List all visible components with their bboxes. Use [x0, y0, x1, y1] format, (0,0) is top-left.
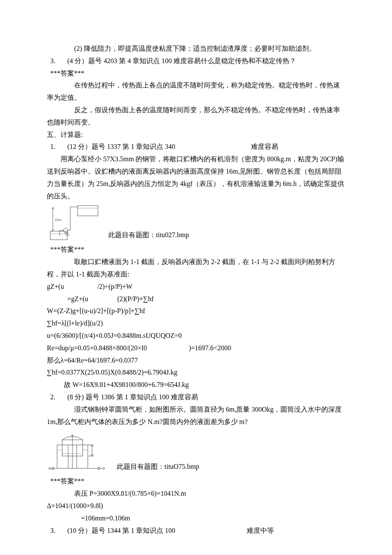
q1-calc-1b: /2)÷(p/P)+W: [97, 283, 133, 290]
q3-answer-p1: 在传热过程中，传热面上各点的温度不随时间变化，称为稳定传热。稳定传热时，传热速率…: [47, 79, 345, 104]
q2-figure-caption: 此题目有题图：tituO75.bmp: [117, 461, 199, 473]
q1-calc-3: W=(Z-Z)g+[(u-u)/2]+[(p-P)/p]+∑hf: [47, 305, 345, 317]
q1-calc-2b: (2)(P/P)+∑hf: [117, 295, 153, 302]
q2-num: 2.: [47, 391, 67, 404]
q1-calc-1a: gZ+(u: [47, 283, 64, 290]
q1-calc-9: 故 W=16X9.81+4X98100/800+6.79=654J.kg: [47, 379, 345, 391]
q3-head-row: 3. (4 分）题号 4203 第 4 章知识点 100 难度容易什么是稳定传热…: [47, 55, 345, 67]
q1-answer-label: ***答案***: [50, 244, 345, 256]
section-5-heading: 五、计算题:: [47, 129, 345, 141]
svg-text:16m: 16m: [55, 218, 61, 222]
q3-num: 3.: [47, 55, 67, 67]
q1-head-right: 难度容易: [251, 143, 278, 150]
q5-3-head: (10 分）题号 1344 第 1 章知识点 100 难度中等: [67, 525, 345, 537]
q5-3-head-left: (10 分）题号 1344 第 1 章知识点 100: [67, 527, 175, 534]
q1-head: (12 分）题号 1337 第 1 章知识点 340 难度容易: [67, 141, 345, 153]
q2-answer-1: 表压 P=3000X9.81/(0.785×6)=1041N.m: [47, 488, 345, 500]
q2-answer-2: Δ=1041/(1000×9.8l): [47, 500, 345, 512]
gasholder-diagram-icon: [47, 432, 111, 473]
q3-answer-p2: 反之，假设传热面上各的温度随时间而变，那么为不稳定传热。不稳定传热时，传热速率也…: [47, 104, 345, 129]
q1-head-left: (12 分）题号 1337 第 1 章知识点 340: [67, 143, 175, 150]
q5-3-head-right: 难度中等: [247, 527, 274, 534]
q1-calc-2a: =gZ+(u: [67, 295, 88, 302]
q1-figure: 16m: [47, 205, 102, 241]
q1-calc-7: 那么λ=64/Re=64/1697.6=0.0377: [47, 355, 345, 367]
q5-3-num: 3.: [47, 525, 67, 537]
q1-calc-2: =gZ+(u (2)(P/P)+∑hf: [47, 293, 345, 305]
q5-3-head-row: 3. (10 分）题号 1344 第 1 章知识点 100 难度中等: [47, 525, 345, 537]
q1-calc-8: ∑hf=0.0377X(25/0.05)X(0.8488/2)=6.7904J.…: [47, 366, 345, 379]
q1-calc-5: u=(6/3600)/[(π/4)×0.05J=0.8488m.sUQUQOZ=…: [47, 330, 345, 342]
q2-head-row: 2. (8 分) 题号 1386 第 1 章知识点 100 难度容易: [47, 391, 345, 404]
q2-body: 湿式钢制钟罩圆筒气柜，如附图所示。圆筒直径为 6m,质量 300Okg，圆筒没入…: [47, 404, 345, 428]
q2-figure: [47, 432, 111, 473]
pump-diagram-icon: 16m: [47, 205, 102, 241]
q2-answer-3: =106mm=0.106m: [47, 512, 345, 525]
q1-calc-6a: Re=dup/μ=0.05×0.8488×800/(20×I0: [47, 344, 147, 352]
q1-calc-6: Re=dup/μ=0.05×0.8488×800/(20×I0 )=1697.6…: [47, 342, 345, 355]
q1-body: 用离心泵经小 57X3.5mm 的钢管，将敞口贮槽内的有机溶剂（密度为 800k…: [47, 153, 345, 202]
q1-figure-row: 16m 此题目有题图：titu027.bmp: [47, 205, 345, 241]
line-filter-reduce: (2) 降低阻力，即提高温度使粘度下降；适当控制滤渣厚度；必要时可加助滤剂。: [47, 43, 345, 55]
q2-head: (8 分) 题号 1386 第 1 章知识点 100 难度容易: [67, 391, 345, 404]
q1-calc-6b: )=1697.6<2000: [189, 344, 231, 352]
svg-rect-0: [78, 206, 98, 216]
q1-head-row: 1. (12 分）题号 1337 第 1 章知识点 340 难度容易: [47, 141, 345, 153]
q1-num: 1.: [47, 141, 67, 153]
q3-answer-label: ***答案***: [50, 67, 345, 80]
q1-calc-4: ∑hf=λ[(l+le)/d](u/2): [47, 317, 345, 330]
q1-figure-caption: 此题目有题图：titu027.bmp: [108, 229, 189, 241]
q2-figure-row: 此题目有题图：tituO75.bmp: [47, 432, 345, 473]
q2-answer-label: ***答案***: [50, 475, 345, 488]
q3-head: (4 分）题号 4203 第 4 章知识点 100 难度容易什么是稳定传热和不稳…: [67, 55, 345, 67]
q1-calc-1: gZ+(u /2)÷(p/P)+W: [47, 281, 345, 293]
q1-answer-intro: 取敞口贮槽液面为 1-1 截面，反响器内液面为 2-2 截面，在 1-1 与 2…: [47, 256, 345, 281]
